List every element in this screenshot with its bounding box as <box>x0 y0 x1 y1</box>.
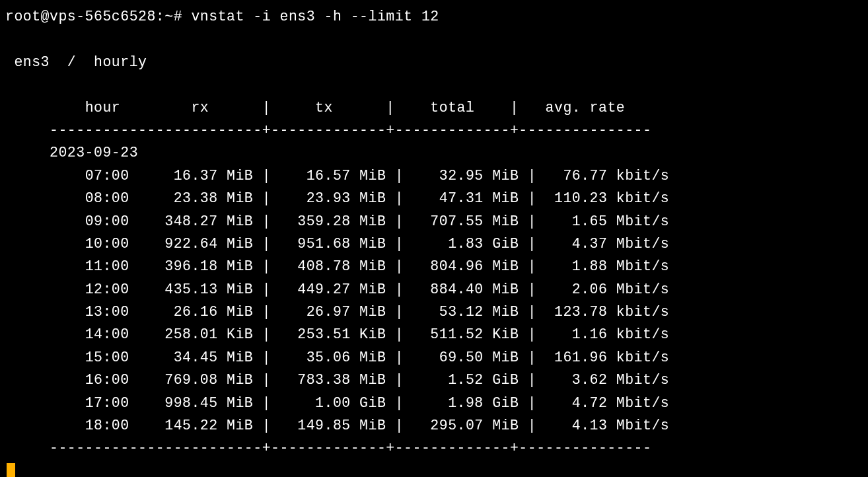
cell-rate: 76.77 kbit/s <box>536 168 669 184</box>
table-row: 18:00 145.22 MiB | 149.85 MiB | 295.07 M… <box>5 418 669 433</box>
date-label: 2023-09-23 <box>50 145 138 161</box>
col-total: total <box>430 100 474 116</box>
command-text: vnstat -i ens3 -h --limit 12 <box>191 9 439 24</box>
col-rx: rx <box>191 100 209 116</box>
cell-total: 32.95 MiB <box>404 168 519 184</box>
table-row: 10:00 922.64 MiB | 951.68 MiB | 1.83 GiB… <box>5 236 669 252</box>
interface-name: ens3 <box>14 54 50 70</box>
table-row: 16:00 769.08 MiB | 783.38 MiB | 1.52 GiB… <box>5 372 669 388</box>
col-hour: hour <box>85 100 121 116</box>
table-row: 08:00 23.38 MiB | 23.93 MiB | 47.31 MiB … <box>5 190 669 206</box>
table-header-row: hour rx | tx | total | avg. rate <box>5 100 625 116</box>
table-row: 14:00 258.01 KiB | 253.51 KiB | 511.52 K… <box>5 326 669 342</box>
terminal-output: root@vps-565c6528:~# vnstat -i ens3 -h -… <box>0 0 868 477</box>
table-row: 09:00 348.27 MiB | 359.28 MiB | 707.55 M… <box>5 213 669 229</box>
mode-label: hourly <box>94 54 147 70</box>
shell-prompt: root@vps-565c6528:~# vnstat -i ens3 -h -… <box>5 9 439 24</box>
table-row: 11:00 396.18 MiB | 408.78 MiB | 804.96 M… <box>5 258 669 274</box>
table-row: 17:00 998.45 MiB | 1.00 GiB | 1.98 GiB |… <box>5 395 669 411</box>
table-row: 15:00 34.45 MiB | 35.06 MiB | 69.50 MiB … <box>5 349 669 365</box>
col-tx: tx <box>315 100 333 116</box>
table-row: 12:00 435.13 MiB | 449.27 MiB | 884.40 M… <box>5 281 669 297</box>
cell-tx: 16.57 MiB <box>271 168 386 184</box>
cell-rx: 16.37 MiB <box>129 168 254 184</box>
cursor[interactable] <box>7 463 15 477</box>
col-rate: avg. rate <box>546 100 626 116</box>
table-row: 13:00 26.16 MiB | 26.97 MiB | 53.12 MiB … <box>5 304 669 320</box>
table-row: 07:00 16.37 MiB | 16.57 MiB | 32.95 MiB … <box>5 168 669 184</box>
